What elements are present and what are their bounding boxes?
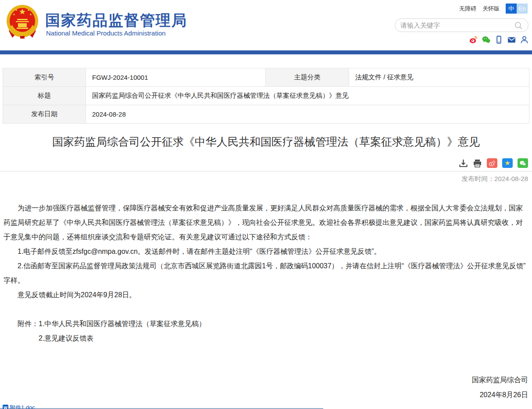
signature-org: 国家药监局综合司: [0, 373, 528, 388]
header-divider-bar: [0, 50, 532, 54]
title-value: 国家药监局综合司公开征求《中华人民共和国医疗器械管理法（草案征求意见稿）》意见: [86, 87, 529, 105]
category-label: 主题分类: [266, 68, 349, 87]
title-divider: [0, 171, 532, 171]
category-value: 法规文件 / 征求意见: [349, 68, 529, 87]
table-row: 发布日期 2024-08-28: [3, 105, 529, 124]
attachment-link-2[interactable]: 2.意见建议反馈表: [4, 331, 528, 345]
search-input[interactable]: [400, 21, 514, 29]
table-row: 索引号 FGWJ-2024-10001 主题分类 法规文件 / 征求意见: [3, 68, 529, 87]
national-emblem-logo: [6, 4, 39, 39]
language-toggle: 中 En: [506, 4, 528, 14]
paragraph: 意见反馈截止时间为2024年9月28日。: [4, 288, 528, 302]
attachment-doc-name: 附件1.doc: [10, 404, 35, 409]
signature-date: 2024年8月26日: [0, 388, 528, 402]
search-icon[interactable]: [514, 21, 523, 30]
publish-time: 发布时间：2024-08-28: [0, 175, 532, 183]
user-icon[interactable]: [520, 36, 528, 44]
date-value: 2024-08-28: [86, 105, 529, 124]
print-icon[interactable]: [473, 159, 482, 168]
article-toolbar: ★: [0, 158, 532, 168]
page-title: 国家药监局综合司公开征求《中华人民共和国医疗器械管理法（草案征求意见稿）》意见: [0, 135, 532, 149]
index-label: 索引号: [3, 68, 86, 87]
attachments-section: 附件：1.中华人民共和国医疗器械管理法（草案征求意见稿） 2.意见建议反馈表: [0, 317, 532, 345]
care-version-link[interactable]: 关怀版: [482, 5, 500, 13]
publish-time-label: 发布时间：: [461, 175, 494, 182]
site-header: 国家药品监督管理局 National Medical Products Admi…: [0, 0, 532, 50]
lang-en-button[interactable]: En: [517, 4, 528, 14]
bottom-download-bar: W 附件1.doc: [0, 402, 323, 409]
share-qzone-icon[interactable]: ★: [502, 158, 513, 168]
paragraph: 1.电子邮件反馈至zfsfgc@nmpa.gov.cn。发送邮件时，请在邮件主题…: [4, 244, 528, 259]
document-meta-table: 索引号 FGWJ-2024-10001 主题分类 法规文件 / 征求意见 标题 …: [3, 68, 529, 124]
paragraph: 为进一步加强医疗器械监督管理，保障医疗器械安全有效和促进产业高质量发展，更好满足…: [4, 201, 528, 244]
title-label: 标题: [3, 87, 86, 105]
attachments-label: 附件：: [18, 320, 39, 327]
paragraph: 2.信函邮寄至国家药品监督管理局政策法规司（北京市西城区展览路街道北露园1号，邮…: [4, 259, 528, 288]
table-row: 标题 国家药监局综合司公开征求《中华人民共和国医疗器械管理法（草案征求意见稿）》…: [3, 87, 529, 105]
share-wechat-icon[interactable]: [518, 158, 528, 168]
site-title: 国家药品监督管理局: [45, 11, 187, 31]
wechat-icon[interactable]: [482, 36, 490, 44]
word-doc-icon: W: [3, 405, 8, 409]
search-box: [395, 18, 528, 32]
download-icon[interactable]: [459, 159, 468, 168]
index-value: FGWJ-2024-10001: [86, 68, 266, 87]
social-icon-row: [469, 36, 528, 44]
attachment-link-1[interactable]: 1.中华人民共和国医疗器械管理法（草案征求意见稿）: [39, 320, 206, 327]
article-body: 为进一步加强医疗器械监督管理，保障医疗器械安全有效和促进产业高质量发展，更好满足…: [0, 201, 532, 302]
attachment-doc-link[interactable]: W 附件1.doc: [3, 404, 35, 409]
lang-zh-button[interactable]: 中: [506, 4, 517, 14]
site-subtitle: National Medical Products Administration: [46, 29, 166, 37]
share-weibo-icon[interactable]: [487, 158, 497, 168]
signature-block: 国家药监局综合司 2024年8月26日: [0, 373, 532, 402]
date-label: 发布日期: [3, 105, 86, 124]
publish-time-value: 2024-08-28: [494, 175, 528, 182]
mail-icon[interactable]: [507, 36, 516, 44]
accessibility-link[interactable]: 无障碍: [459, 5, 476, 13]
weibo-icon[interactable]: [469, 36, 478, 44]
mobile-icon[interactable]: [495, 36, 503, 44]
